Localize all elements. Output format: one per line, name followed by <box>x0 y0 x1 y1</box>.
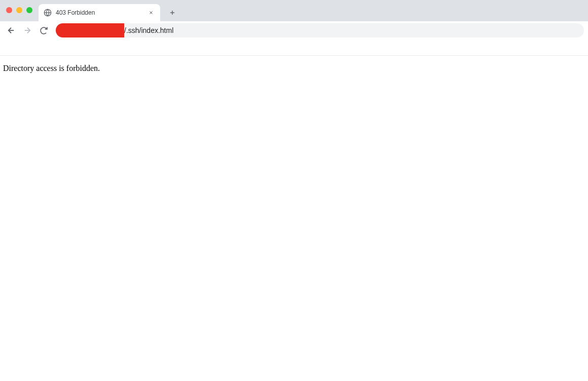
window-minimize-button[interactable] <box>16 7 22 13</box>
page-content: Directory access is forbidden. <box>0 40 588 73</box>
content-top-spacer <box>0 40 588 56</box>
new-tab-button[interactable] <box>165 6 179 20</box>
forward-button[interactable] <box>20 23 34 37</box>
browser-tab-strip: 403 Forbidden <box>0 0 588 21</box>
back-button[interactable] <box>4 23 18 37</box>
reload-button[interactable] <box>36 23 51 37</box>
tab-title: 403 Forbidden <box>56 9 143 16</box>
browser-tab-active[interactable]: 403 Forbidden <box>39 4 160 21</box>
globe-icon <box>44 9 52 17</box>
window-maximize-button[interactable] <box>26 7 32 13</box>
browser-toolbar: /.ssh/index.html <box>0 21 588 40</box>
window-controls <box>6 7 32 13</box>
close-icon[interactable] <box>147 9 155 17</box>
window-close-button[interactable] <box>6 7 12 13</box>
url-text: /.ssh/index.html <box>124 26 173 34</box>
forbidden-message: Directory access is forbidden. <box>0 56 588 73</box>
url-redacted-region <box>56 23 124 37</box>
address-bar[interactable]: /.ssh/index.html <box>56 23 584 37</box>
